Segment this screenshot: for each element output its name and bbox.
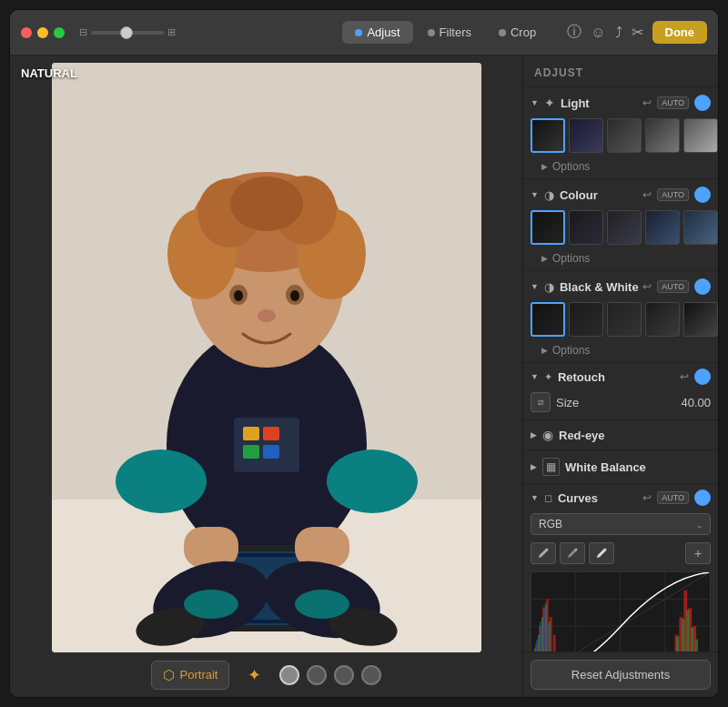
panel-scroll[interactable]: ▼ ✦ Light ↩ AUTO	[523, 87, 718, 651]
tab-adjust[interactable]: Adjust	[342, 21, 412, 44]
tab-crop[interactable]: Crop	[486, 21, 549, 44]
light-auto-button[interactable]: AUTO	[657, 96, 689, 109]
curves-eyedropper-white[interactable]	[589, 542, 614, 564]
bw-toggle[interactable]	[694, 278, 711, 295]
svg-rect-53	[538, 635, 540, 651]
curves-header[interactable]: ▼ ◻ Curves ↩ AUTO	[523, 484, 718, 510]
light-thumb-4[interactable]	[645, 118, 680, 153]
view-dot-3[interactable]	[334, 665, 354, 685]
svg-rect-52	[534, 649, 536, 651]
close-button[interactable]	[21, 27, 32, 38]
svg-rect-54	[541, 617, 543, 651]
main-content: NATURAL	[10, 56, 718, 697]
svg-point-16	[258, 309, 276, 322]
bw-title: Black & White	[560, 280, 639, 294]
photo-bottom-toolbar: ⬡ Portrait ✦	[10, 652, 522, 697]
toolbar-tabs: Adjust Filters Crop	[342, 21, 549, 44]
share-icon[interactable]: ⤴	[615, 25, 622, 41]
plus-icon: +	[694, 546, 702, 561]
svg-rect-51	[553, 635, 556, 651]
bw-undo-icon[interactable]: ↩	[642, 280, 652, 293]
wb-icon: ▦	[542, 458, 560, 476]
colour-title: Colour	[560, 188, 598, 202]
tab-filters[interactable]: Filters	[415, 21, 484, 44]
colour-chevron-icon: ▼	[531, 190, 539, 199]
bw-thumb-1[interactable]	[531, 302, 565, 337]
light-options-row[interactable]: ▶ Options	[523, 158, 718, 178]
info-icon[interactable]: ⓘ	[567, 23, 581, 42]
curves-eyedropper-mid[interactable]	[560, 542, 585, 564]
curves-undo-icon[interactable]: ↩	[642, 491, 652, 504]
retouch-toggle[interactable]	[694, 369, 711, 385]
panel-header: ADJUST	[523, 56, 718, 87]
light-thumb-3[interactable]	[607, 118, 642, 153]
bw-thumb-2[interactable]	[569, 302, 603, 337]
bw-thumb-3[interactable]	[607, 302, 642, 337]
section-colour-header[interactable]: ▼ ◑ Colour ↩ AUTO	[523, 179, 718, 207]
minimize-button[interactable]	[37, 27, 48, 38]
colour-options-label: Options	[552, 252, 590, 265]
bw-options-arrow-icon: ▶	[541, 346, 548, 355]
zoom-slider[interactable]	[91, 31, 164, 35]
curves-plus-button[interactable]: +	[685, 542, 711, 564]
light-undo-icon[interactable]: ↩	[642, 96, 652, 109]
svg-point-14	[234, 290, 243, 301]
colour-thumb-4[interactable]	[645, 210, 680, 245]
curves-auto-button[interactable]: AUTO	[657, 491, 689, 504]
eyedropper-mid-icon	[566, 547, 579, 560]
bw-thumb-5[interactable]	[683, 302, 718, 337]
light-thumb-1[interactable]	[531, 118, 565, 153]
view-dot-4[interactable]	[361, 665, 381, 685]
colour-options-row[interactable]: ▶ Options	[523, 250, 718, 270]
zoom-slider-area: ⊟ ⊞	[79, 26, 176, 38]
zoom-out-icon: ⊟	[79, 26, 87, 38]
svg-point-32	[184, 590, 238, 619]
colour-thumb-3[interactable]	[607, 210, 642, 245]
portrait-label: Portrait	[180, 668, 218, 682]
size-value: 40.00	[681, 396, 711, 409]
section-bw-right: ↩ AUTO	[642, 278, 711, 295]
colour-thumb-1[interactable]	[531, 210, 565, 245]
rgb-select[interactable]: RGB Red Green Blue	[531, 513, 711, 535]
redeye-title: Red-eye	[559, 429, 605, 442]
smiley-icon[interactable]: ☺	[591, 25, 605, 41]
svg-rect-56	[549, 621, 551, 651]
colour-thumb-2[interactable]	[569, 210, 603, 245]
rgb-select-wrapper: RGB Red Green Blue	[531, 513, 711, 535]
wb-header[interactable]: ▶ ▦ White Balance	[523, 450, 718, 483]
reset-adjustments-button[interactable]: Reset Adjustments	[531, 660, 711, 690]
redeye-header[interactable]: ▶ ◉ Red-eye	[523, 420, 718, 449]
curves-left: ▼ ◻ Curves	[531, 491, 598, 505]
right-panel: ADJUST ▼ ✦ Light ↩ AUTO	[522, 56, 718, 697]
light-toggle[interactable]	[694, 95, 711, 111]
curves-graph[interactable]	[531, 571, 711, 651]
curves-toggle[interactable]	[694, 490, 711, 506]
maximize-button[interactable]	[54, 27, 65, 38]
curves-eyedropper-black[interactable]	[531, 542, 556, 564]
bw-options-row[interactable]: ▶ Options	[523, 342, 718, 362]
curves-right: ↩ AUTO	[642, 490, 711, 506]
light-title: Light	[561, 96, 590, 110]
light-thumb-5[interactable]	[683, 118, 718, 153]
star-icon[interactable]: ✦	[248, 665, 261, 685]
colour-auto-button[interactable]: AUTO	[657, 188, 689, 201]
colour-thumb-5[interactable]	[683, 210, 718, 245]
light-thumb-2[interactable]	[569, 118, 603, 153]
portrait-button[interactable]: ⬡ Portrait	[151, 661, 230, 690]
retouch-undo-icon[interactable]: ↩	[680, 370, 689, 383]
traffic-lights	[21, 27, 65, 38]
light-chevron-icon: ▼	[531, 98, 539, 107]
tools-icon[interactable]: ✂	[632, 24, 643, 41]
section-light-header[interactable]: ▼ ✦ Light ↩ AUTO	[523, 87, 718, 115]
colour-toggle[interactable]	[694, 187, 711, 203]
retouch-header[interactable]: ▼ ✦ Retouch ↩	[523, 363, 718, 389]
bw-auto-button[interactable]: AUTO	[657, 280, 689, 293]
section-bw-header[interactable]: ▼ ◑ Black & White ↩ AUTO	[523, 271, 718, 298]
view-dot-2[interactable]	[307, 665, 327, 685]
view-dot-1[interactable]	[279, 665, 299, 685]
done-button[interactable]: Done	[652, 21, 708, 44]
bw-thumb-4[interactable]	[645, 302, 680, 337]
colour-undo-icon[interactable]: ↩	[642, 188, 652, 201]
tab-adjust-label: Adjust	[367, 25, 399, 39]
svg-rect-20	[243, 445, 259, 459]
